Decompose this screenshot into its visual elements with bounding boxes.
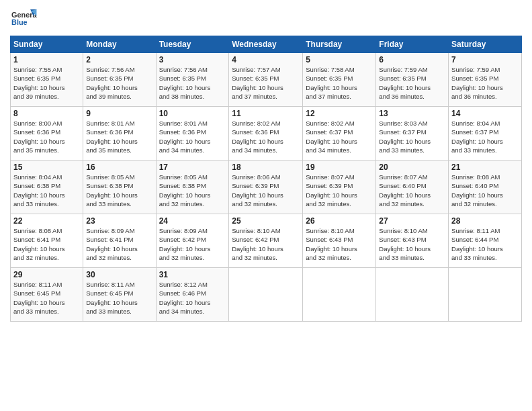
- page: General Blue Sunday Monday Tuesday Wedne…: [0, 0, 532, 411]
- day-info: Sunrise: 8:05 AM Sunset: 6:38 PM Dayligh…: [159, 173, 226, 208]
- day-number: 25: [232, 216, 300, 226]
- calendar-cell: 20Sunrise: 8:07 AM Sunset: 6:40 PM Dayli…: [376, 161, 449, 214]
- day-number: 22: [13, 216, 80, 226]
- calendar-cell: 14Sunrise: 8:04 AM Sunset: 6:37 PM Dayli…: [449, 107, 522, 161]
- calendar-week-row: 22Sunrise: 8:08 AM Sunset: 6:41 PM Dayli…: [11, 214, 522, 268]
- day-info: Sunrise: 8:07 AM Sunset: 6:39 PM Dayligh…: [306, 173, 373, 208]
- calendar-cell: 25Sunrise: 8:10 AM Sunset: 6:42 PM Dayli…: [229, 214, 303, 268]
- calendar-cell: [229, 268, 303, 322]
- calendar-cell: 23Sunrise: 8:09 AM Sunset: 6:41 PM Dayli…: [83, 214, 156, 268]
- day-info: Sunrise: 8:10 AM Sunset: 6:42 PM Dayligh…: [232, 226, 300, 262]
- day-info: Sunrise: 7:58 AM Sunset: 6:35 PM Dayligh…: [306, 65, 373, 101]
- day-info: Sunrise: 8:03 AM Sunset: 6:37 PM Dayligh…: [379, 119, 445, 154]
- calendar-cell: 4Sunrise: 7:57 AM Sunset: 6:35 PM Daylig…: [229, 53, 303, 107]
- calendar-cell: [303, 268, 376, 322]
- day-info: Sunrise: 8:02 AM Sunset: 6:36 PM Dayligh…: [232, 119, 300, 154]
- day-number: 29: [13, 270, 80, 279]
- day-info: Sunrise: 8:10 AM Sunset: 6:43 PM Dayligh…: [306, 226, 373, 262]
- col-thursday: Thursday: [303, 36, 376, 53]
- col-tuesday: Tuesday: [156, 36, 229, 53]
- day-info: Sunrise: 8:07 AM Sunset: 6:40 PM Dayligh…: [379, 173, 445, 208]
- calendar-cell: 24Sunrise: 8:09 AM Sunset: 6:42 PM Dayli…: [156, 214, 229, 268]
- col-sunday: Sunday: [11, 36, 83, 53]
- day-info: Sunrise: 8:06 AM Sunset: 6:39 PM Dayligh…: [232, 173, 300, 208]
- calendar-cell: 6Sunrise: 7:59 AM Sunset: 6:35 PM Daylig…: [376, 53, 449, 107]
- day-info: Sunrise: 8:00 AM Sunset: 6:36 PM Dayligh…: [13, 119, 80, 154]
- calendar-cell: 15Sunrise: 8:04 AM Sunset: 6:38 PM Dayli…: [11, 161, 83, 214]
- day-info: Sunrise: 8:04 AM Sunset: 6:37 PM Dayligh…: [451, 119, 519, 154]
- calendar-cell: 21Sunrise: 8:08 AM Sunset: 6:40 PM Dayli…: [449, 161, 522, 214]
- day-number: 9: [86, 109, 152, 118]
- day-info: Sunrise: 7:56 AM Sunset: 6:35 PM Dayligh…: [159, 65, 226, 101]
- day-info: Sunrise: 8:11 AM Sunset: 6:44 PM Dayligh…: [451, 226, 519, 262]
- day-number: 14: [451, 109, 519, 118]
- day-info: Sunrise: 7:55 AM Sunset: 6:35 PM Dayligh…: [13, 65, 80, 101]
- calendar-week-row: 15Sunrise: 8:04 AM Sunset: 6:38 PM Dayli…: [11, 161, 522, 214]
- day-info: Sunrise: 8:11 AM Sunset: 6:45 PM Dayligh…: [13, 280, 80, 316]
- calendar-cell: 27Sunrise: 8:10 AM Sunset: 6:43 PM Dayli…: [376, 214, 449, 268]
- day-info: Sunrise: 8:04 AM Sunset: 6:38 PM Dayligh…: [13, 173, 80, 208]
- day-number: 12: [306, 109, 373, 118]
- calendar-cell: [376, 268, 449, 322]
- day-number: 23: [86, 216, 152, 226]
- day-number: 6: [379, 55, 445, 64]
- calendar-cell: [449, 268, 522, 322]
- day-info: Sunrise: 8:05 AM Sunset: 6:38 PM Dayligh…: [86, 173, 152, 208]
- svg-text:Blue: Blue: [11, 18, 28, 26]
- day-info: Sunrise: 8:02 AM Sunset: 6:37 PM Dayligh…: [306, 119, 373, 154]
- day-number: 24: [159, 216, 226, 226]
- calendar-cell: 2Sunrise: 7:56 AM Sunset: 6:35 PM Daylig…: [83, 53, 156, 107]
- calendar-cell: 28Sunrise: 8:11 AM Sunset: 6:44 PM Dayli…: [449, 214, 522, 268]
- calendar-cell: 13Sunrise: 8:03 AM Sunset: 6:37 PM Dayli…: [376, 107, 449, 161]
- calendar-week-row: 1Sunrise: 7:55 AM Sunset: 6:35 PM Daylig…: [11, 53, 522, 107]
- day-info: Sunrise: 7:56 AM Sunset: 6:35 PM Dayligh…: [86, 65, 152, 101]
- day-number: 1: [13, 55, 80, 64]
- day-number: 18: [232, 163, 300, 172]
- logo-icon: General Blue: [10, 7, 37, 30]
- calendar-cell: 1Sunrise: 7:55 AM Sunset: 6:35 PM Daylig…: [11, 53, 83, 107]
- calendar-cell: 19Sunrise: 8:07 AM Sunset: 6:39 PM Dayli…: [303, 161, 376, 214]
- day-number: 5: [306, 55, 373, 64]
- day-number: 20: [379, 163, 445, 172]
- day-info: Sunrise: 7:59 AM Sunset: 6:35 PM Dayligh…: [379, 65, 445, 101]
- calendar-cell: 11Sunrise: 8:02 AM Sunset: 6:36 PM Dayli…: [229, 107, 303, 161]
- calendar-header-row: Sunday Monday Tuesday Wednesday Thursday…: [11, 36, 522, 53]
- day-info: Sunrise: 8:09 AM Sunset: 6:41 PM Dayligh…: [86, 226, 152, 262]
- day-number: 21: [451, 163, 519, 172]
- calendar-cell: 9Sunrise: 8:01 AM Sunset: 6:36 PM Daylig…: [83, 107, 156, 161]
- calendar-cell: 5Sunrise: 7:58 AM Sunset: 6:35 PM Daylig…: [303, 53, 376, 107]
- calendar-cell: 7Sunrise: 7:59 AM Sunset: 6:35 PM Daylig…: [449, 53, 522, 107]
- day-info: Sunrise: 7:59 AM Sunset: 6:35 PM Dayligh…: [451, 65, 519, 101]
- calendar-cell: 22Sunrise: 8:08 AM Sunset: 6:41 PM Dayli…: [11, 214, 83, 268]
- day-number: 4: [232, 55, 300, 64]
- day-number: 28: [451, 216, 519, 226]
- col-friday: Friday: [376, 36, 449, 53]
- header: General Blue: [10, 7, 522, 30]
- day-info: Sunrise: 8:08 AM Sunset: 6:40 PM Dayligh…: [451, 173, 519, 208]
- day-info: Sunrise: 8:01 AM Sunset: 6:36 PM Dayligh…: [159, 119, 226, 154]
- day-number: 17: [159, 163, 226, 172]
- calendar-cell: 18Sunrise: 8:06 AM Sunset: 6:39 PM Dayli…: [229, 161, 303, 214]
- calendar-cell: 26Sunrise: 8:10 AM Sunset: 6:43 PM Dayli…: [303, 214, 376, 268]
- day-number: 7: [451, 55, 519, 64]
- col-wednesday: Wednesday: [229, 36, 303, 53]
- col-saturday: Saturday: [449, 36, 522, 53]
- day-number: 11: [232, 109, 300, 118]
- day-number: 13: [379, 109, 445, 118]
- day-number: 26: [306, 216, 373, 226]
- calendar-week-row: 8Sunrise: 8:00 AM Sunset: 6:36 PM Daylig…: [11, 107, 522, 161]
- calendar-table: Sunday Monday Tuesday Wednesday Thursday…: [10, 36, 522, 322]
- calendar-cell: 12Sunrise: 8:02 AM Sunset: 6:37 PM Dayli…: [303, 107, 376, 161]
- day-number: 19: [306, 163, 373, 172]
- calendar-cell: 16Sunrise: 8:05 AM Sunset: 6:38 PM Dayli…: [83, 161, 156, 214]
- day-info: Sunrise: 8:01 AM Sunset: 6:36 PM Dayligh…: [86, 119, 152, 154]
- calendar-week-row: 29Sunrise: 8:11 AM Sunset: 6:45 PM Dayli…: [11, 268, 522, 322]
- day-number: 30: [86, 270, 152, 279]
- day-number: 3: [159, 55, 226, 64]
- day-number: 16: [86, 163, 152, 172]
- day-number: 2: [86, 55, 152, 64]
- logo: General Blue: [10, 7, 40, 30]
- day-info: Sunrise: 8:10 AM Sunset: 6:43 PM Dayligh…: [379, 226, 445, 262]
- day-number: 27: [379, 216, 445, 226]
- day-number: 31: [159, 270, 226, 279]
